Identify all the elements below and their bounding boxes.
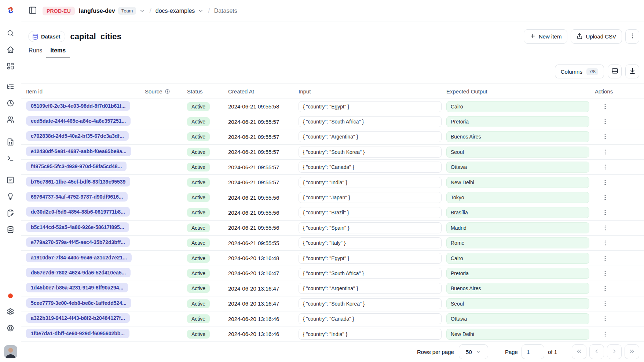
table-row[interactable]: e12430df-5e81-4687-aabb-f0ea65be8a...Act… (21, 145, 644, 160)
row-actions-button[interactable] (600, 116, 611, 127)
row-actions-button[interactable] (600, 207, 611, 218)
sidebar-item-users[interactable] (3, 113, 18, 128)
row-actions-button[interactable] (600, 101, 611, 112)
item-id-link[interactable]: a1910d57-7f84-440c-9e46-a31c2d7e21... (26, 253, 132, 262)
tab-runs[interactable]: Runs (25, 47, 46, 58)
created-at-cell: 2024-06-21 09:55:57 (228, 179, 299, 185)
sidebar-item-playground[interactable] (3, 152, 18, 166)
row-actions-button[interactable] (600, 313, 611, 324)
rows-per-page-label: Rows per page (417, 349, 454, 355)
sidebar-item-settings[interactable] (3, 305, 18, 319)
row-actions-button[interactable] (600, 329, 611, 340)
project-switcher[interactable]: docs-examples (155, 8, 204, 14)
sidebar-item-support[interactable] (3, 321, 18, 336)
table-row[interactable]: f4975c95-5fc3-4939-970d-58fa5cd48...Acti… (21, 160, 644, 175)
item-id-link[interactable]: 69764737-34af-4752-9787-d90df9616... (26, 192, 128, 202)
item-id-link[interactable]: 5cee7779-3e00-4eb8-be8c-1affedd524... (26, 298, 131, 308)
table-row[interactable]: de30d2e0-f5d9-4854-88b6-0619771b8...Acti… (21, 205, 644, 220)
row-actions-button[interactable] (600, 253, 611, 264)
topbar: PROD-EU langfuse-dev Team / docs-example… (21, 0, 644, 22)
item-id-link[interactable]: b5c144cd-52a5-4a80-926e-58617f895... (26, 222, 129, 232)
item-id-link[interactable]: c702838d-24d5-40a2-bf35-67dc3a3df... (26, 131, 129, 141)
row-actions-button[interactable] (600, 192, 611, 203)
chevron-down-icon (475, 349, 481, 355)
status-badge: Active (187, 117, 210, 126)
table-row[interactable]: e779a270-579a-4f45-aec4-35b72d3bff...Act… (21, 236, 644, 251)
input-cell: { "country": "South Africa" } (299, 116, 442, 127)
sidebar-item-home[interactable] (3, 43, 18, 58)
table-row[interactable]: a1910d57-7f84-440c-9e46-a31c2d7e21...Act… (21, 251, 644, 266)
item-id-link[interactable]: e779a270-579a-4f45-aec4-35b72d3bff... (26, 237, 130, 247)
settings-icon (7, 308, 14, 317)
item-id-link[interactable]: f4975c95-5fc3-4939-970d-58fa5cd48... (26, 162, 127, 171)
table-row[interactable]: eed5dafe-244f-465c-a84c-4a6e357251...Act… (21, 114, 644, 129)
user-avatar[interactable] (4, 345, 17, 358)
row-actions-button[interactable] (600, 147, 611, 158)
upload-csv-button[interactable]: Upload CSV (571, 29, 622, 44)
status-badge: Active (187, 178, 210, 187)
expected-output-cell: Cairo (446, 253, 589, 264)
breadcrumb-section[interactable]: Datasets (214, 8, 237, 14)
item-id-link[interactable]: d557e7d6-7802-4624-9da6-52d410ea5... (26, 268, 131, 277)
table-row[interactable]: b5c144cd-52a5-4a80-926e-58617f895...Acti… (21, 221, 644, 236)
row-actions-button[interactable] (600, 222, 611, 233)
columns-button[interactable]: Columns 7/8 (555, 64, 604, 78)
table-body: 05109ef0-2e3b-4e03-98dd-8f7d01b61f...Act… (21, 99, 644, 341)
chevrons-right-icon (629, 348, 635, 356)
row-actions-button[interactable] (600, 298, 611, 309)
expected-output-cell: Rome (446, 237, 589, 248)
sidebar-item-sessions[interactable] (3, 96, 18, 111)
sidebar-item-prompts[interactable] (3, 135, 18, 150)
sidebar-item-tracing[interactable] (3, 80, 18, 95)
item-id-link[interactable]: a322b319-9412-4f43-b8f2-b20484127f... (26, 313, 130, 323)
item-id-link[interactable]: eed5dafe-244f-465c-a84c-4a6e357251... (26, 116, 131, 126)
table-row[interactable]: d557e7d6-7802-4624-9da6-52d410ea5...Acti… (21, 266, 644, 281)
row-height-button[interactable] (608, 64, 622, 78)
row-actions-button[interactable] (600, 268, 611, 279)
sidebar-item-search[interactable] (3, 26, 18, 41)
row-actions-button[interactable] (600, 283, 611, 294)
item-id-link[interactable]: de30d2e0-f5d9-4854-88b6-0619771b8... (26, 207, 130, 217)
tab-items[interactable]: Items (46, 47, 70, 58)
input-cell: { "country": "South Africa" } (299, 268, 442, 279)
sidebar-nav (3, 26, 18, 239)
rows-per-page-select[interactable]: 50 (459, 344, 488, 359)
table-row[interactable]: 69764737-34af-4752-9787-d90df9616...Acti… (21, 190, 644, 205)
next-page-button[interactable] (607, 344, 622, 359)
item-id-link[interactable]: 1d45b0e7-b85a-4231-9149-6ff90a294... (26, 283, 128, 292)
sidebar-item-dashboards[interactable] (3, 59, 18, 74)
table-row[interactable]: 1f0e7da1-dbff-4e60-929d-f6095602bb...Act… (21, 326, 644, 341)
new-item-button[interactable]: New item (524, 29, 568, 44)
table-row[interactable]: b75c7861-1fbe-45cf-bdf6-83f139c95539Acti… (21, 175, 644, 190)
item-id-link[interactable]: 05109ef0-2e3b-4e03-98dd-8f7d01b61f... (26, 101, 130, 111)
table-row[interactable]: c702838d-24d5-40a2-bf35-67dc3a3df...Acti… (21, 129, 644, 144)
sidebar-item-datasets[interactable] (3, 223, 18, 237)
previous-page-button[interactable] (589, 344, 604, 359)
item-id-link[interactable]: 1f0e7da1-dbff-4e60-929d-f6095602bb... (26, 329, 129, 338)
row-actions-button[interactable] (600, 177, 611, 188)
first-page-button[interactable] (572, 344, 586, 359)
sidebar-item-evaluation[interactable] (3, 173, 18, 188)
item-id-link[interactable]: e12430df-5e81-4687-aabb-f0ea65be8a... (26, 147, 131, 156)
table-row[interactable]: a322b319-9412-4f43-b8f2-b20484127f...Act… (21, 311, 644, 326)
last-page-button[interactable] (625, 344, 639, 359)
export-button[interactable] (625, 64, 639, 78)
sidebar-item-annotation[interactable] (3, 206, 18, 221)
table-row[interactable]: 1d45b0e7-b85a-4231-9149-6ff90a294...Acti… (21, 281, 644, 296)
expected-output-cell: New Delhi (446, 177, 589, 188)
page-number-input[interactable] (522, 344, 544, 359)
sidebar-toggle-button[interactable] (27, 4, 39, 17)
row-actions-button[interactable] (600, 131, 611, 142)
org-switcher[interactable]: langfuse-dev Team (79, 7, 145, 15)
dataset-menu-button[interactable] (625, 29, 639, 44)
table-row[interactable]: 05109ef0-2e3b-4e03-98dd-8f7d01b61f...Act… (21, 99, 644, 114)
sidebar-item-insights[interactable] (3, 190, 18, 204)
row-actions-button[interactable] (600, 162, 611, 173)
item-id-link[interactable]: b75c7861-1fbe-45cf-bdf6-83f139c95539 (26, 177, 130, 186)
info-icon (165, 89, 170, 94)
status-badge: Active (187, 239, 210, 247)
expected-output-cell: Ottawa (446, 162, 589, 173)
row-actions-button[interactable] (600, 237, 611, 248)
table-row[interactable]: 5cee7779-3e00-4eb8-be8c-1affedd524...Act… (21, 296, 644, 311)
chevrons-left-icon (576, 348, 582, 356)
